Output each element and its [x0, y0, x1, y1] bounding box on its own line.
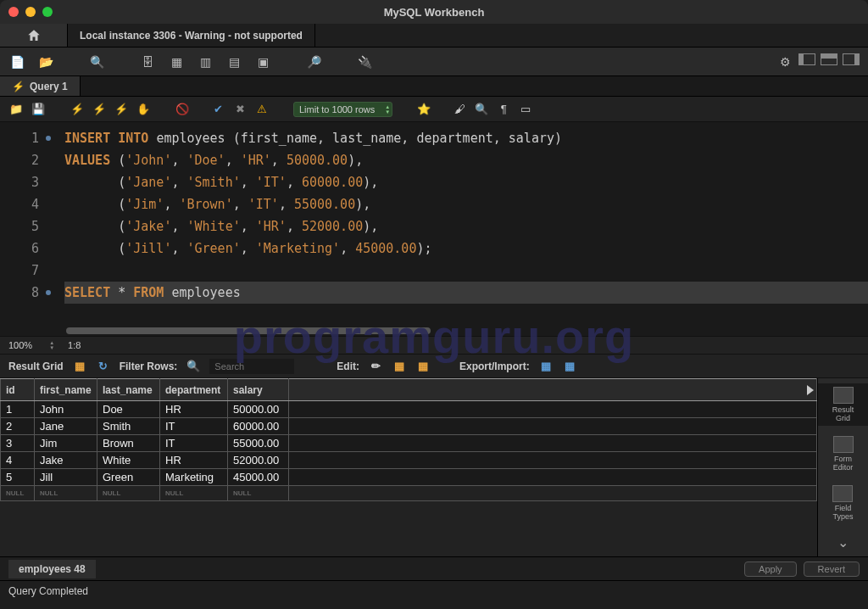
snippet-icon[interactable]: ▭ [518, 102, 533, 117]
side-more[interactable]: ⌄ [837, 531, 849, 554]
grid-icon[interactable]: ▦ [72, 359, 87, 374]
delete-row-icon[interactable]: ▦ [415, 359, 431, 374]
settings-icon[interactable]: ⚙ [776, 53, 793, 70]
apply-button[interactable]: Apply [744, 562, 797, 577]
reconnect-icon[interactable]: 🔌 [356, 53, 373, 70]
query-tab-label: Query 1 [30, 81, 68, 92]
export-label: Export/Import: [459, 360, 530, 372]
line-gutter: 1 2 3 4 5 6 7 8 [0, 122, 53, 336]
connection-tab[interactable]: Local instance 3306 - Warning - not supp… [68, 24, 315, 47]
stop-icon[interactable]: ✋ [136, 102, 151, 117]
chevron-down-icon: ⌄ [837, 534, 849, 550]
open-sql-file-icon[interactable]: 📂 [37, 53, 54, 70]
execute-icon[interactable]: ⚡ [70, 102, 85, 117]
cursor-position: 1:8 [68, 340, 81, 350]
create-view-icon[interactable]: ▥ [197, 53, 214, 70]
beautify-icon[interactable]: ⭐ [416, 102, 431, 117]
explain-icon[interactable]: ⚡ [114, 102, 129, 117]
search-table-icon[interactable]: 🔎 [305, 53, 322, 70]
commit-icon[interactable]: ✔ [210, 102, 225, 117]
editor-toolbar: 📁 💾 ⚡ ⚡ ⚡ ✋ 🚫 ✔ ✖ ⚠ Limit to 1000 rows ▲… [0, 97, 868, 122]
inspector-icon[interactable]: 🔍 [88, 53, 105, 70]
create-schema-icon[interactable]: 🗄 [139, 53, 156, 70]
home-tab[interactable] [0, 24, 68, 47]
side-result-grid[interactable]: Result Grid [818, 383, 868, 426]
sql-editor[interactable]: 1 2 3 4 5 6 7 8 INSERT INTO employees (f… [0, 122, 868, 336]
limit-rows-select[interactable]: Limit to 1000 rows ▲▼ [293, 102, 392, 117]
save-file-icon[interactable]: 💾 [31, 102, 46, 117]
table-null-row[interactable]: NULLNULLNULLNULLNULL [1, 486, 817, 501]
filter-input[interactable] [209, 359, 294, 374]
form-editor-icon [833, 436, 854, 453]
execute-current-icon[interactable]: ⚡ [92, 102, 107, 117]
connection-tab-label: Local instance 3306 - Warning - not supp… [80, 30, 303, 42]
titlebar: MySQL Workbench [0, 0, 868, 24]
main-toolbar: 📄 📂 🔍 🗄 ▦ ▥ ▤ ▣ 🔎 🔌 ⚙ [0, 47, 868, 76]
result-set-tab[interactable]: employees 48 [8, 560, 96, 578]
result-body: id first_name last_name department salar… [0, 378, 868, 556]
result-toolbar: Result Grid ▦ ↻ Filter Rows: 🔍 Edit: ✏ ▦… [0, 355, 868, 378]
result-grid[interactable]: id first_name last_name department salar… [0, 378, 817, 556]
table-row[interactable]: 3JimBrownIT55000.00 [1, 435, 817, 452]
refresh-icon[interactable]: ↻ [96, 359, 111, 374]
editor-horizontal-scrollbar[interactable] [66, 327, 851, 336]
field-types-icon [832, 485, 853, 502]
side-field-types[interactable]: Field Types [832, 482, 853, 524]
query-tab[interactable]: ⚡ Query 1 [0, 76, 81, 96]
toggle-autocommit-icon[interactable]: 🚫 [175, 102, 190, 117]
expand-arrow-icon[interactable] [807, 385, 814, 395]
code-area[interactable]: INSERT INTO employees (first_name, last_… [53, 122, 868, 336]
connection-tab-bar: Local instance 3306 - Warning - not supp… [0, 24, 868, 47]
open-file-icon[interactable]: 📁 [8, 102, 24, 117]
result-side-panel: Result Grid Form Editor Field Types ⌄ [817, 378, 868, 556]
home-icon [26, 28, 42, 43]
table-row[interactable]: 2JaneSmithIT60000.00 [1, 418, 817, 435]
search-icon: 🔍 [186, 359, 201, 374]
zoom-level[interactable]: 100% [8, 340, 32, 350]
editor-footer: 100% ▲▼ 1:8 [0, 336, 868, 355]
side-form-editor[interactable]: Form Editor [833, 433, 854, 475]
status-text: Query Completed [8, 585, 88, 597]
edit-label: Edit: [337, 360, 359, 372]
table-row[interactable]: 1JohnDoeHR50000.00 [1, 401, 817, 418]
revert-button[interactable]: Revert [804, 562, 860, 577]
toggle-left-panel-icon[interactable] [798, 53, 815, 65]
filter-label: Filter Rows: [120, 360, 178, 372]
lightning-icon: ⚡ [12, 81, 25, 92]
table-row[interactable]: 5JillGreenMarketing45000.00 [1, 469, 817, 486]
status-bar: Query Completed [0, 580, 868, 601]
table-row[interactable]: 4JakeWhiteHR52000.00 [1, 452, 817, 469]
new-sql-tab-icon[interactable]: 📄 [8, 53, 25, 70]
rollback-icon[interactable]: ✖ [232, 102, 248, 117]
toggle-bottom-panel-icon[interactable] [821, 53, 837, 65]
import-icon[interactable]: ▦ [562, 359, 577, 374]
result-grid-icon [833, 387, 854, 404]
create-table-icon[interactable]: ▦ [168, 53, 185, 70]
result-title: Result Grid [8, 360, 64, 372]
limit-rows-label: Limit to 1000 rows [293, 102, 392, 117]
add-row-icon[interactable]: ▦ [392, 359, 407, 374]
wrap-icon[interactable]: ¶ [496, 102, 511, 117]
find-icon[interactable]: 🖌 [452, 102, 467, 117]
create-procedure-icon[interactable]: ▤ [225, 53, 242, 70]
invisible-chars-icon[interactable]: 🔍 [474, 102, 489, 117]
query-tab-bar: ⚡ Query 1 [0, 76, 868, 97]
window-title: MySQL Workbench [0, 6, 868, 19]
create-function-icon[interactable]: ▣ [254, 53, 271, 70]
table-header-row: id first_name last_name department salar… [1, 379, 817, 401]
edit-row-icon[interactable]: ✏ [368, 359, 383, 374]
toggle-right-panel-icon[interactable] [843, 53, 860, 65]
export-icon[interactable]: ▦ [538, 359, 554, 374]
toggle-safe-icon[interactable]: ⚠ [254, 102, 270, 117]
bottom-tab-bar: employees 48 Apply Revert [0, 556, 868, 580]
